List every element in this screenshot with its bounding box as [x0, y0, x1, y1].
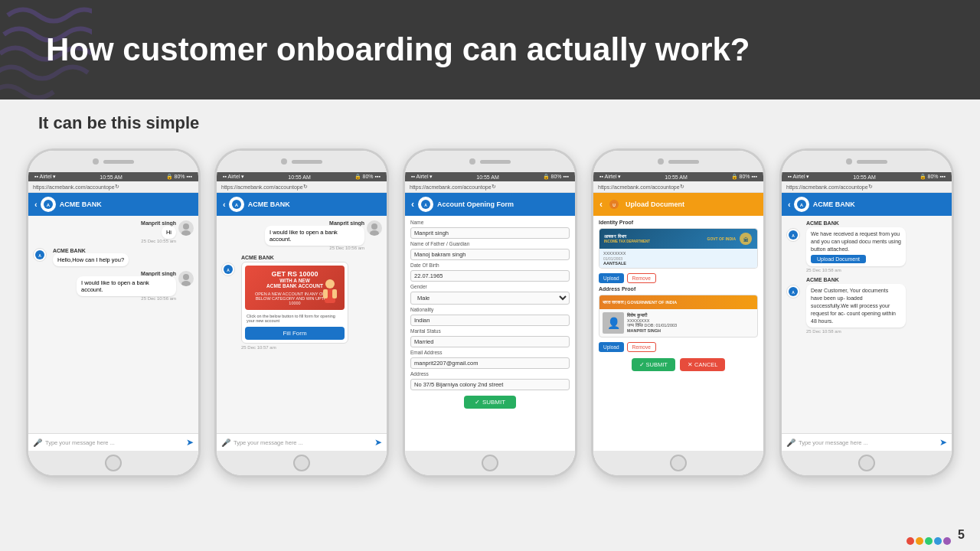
upload-doc-button[interactable]: Upload Document: [811, 255, 866, 263]
upload-id-button[interactable]: Upload: [599, 273, 624, 283]
field-gender[interactable]: Male: [410, 292, 570, 305]
phone-5: ▪▪ Airtel ▾ 10:55 AM 🔒 80% ▪▪▪ https://a…: [779, 148, 954, 478]
field-dob[interactable]: [410, 270, 570, 282]
page-title: How customer onboarding can actually wor…: [46, 31, 750, 68]
remove-id-button[interactable]: Remove: [627, 273, 656, 283]
mic-icon-2[interactable]: 🎤: [221, 439, 230, 447]
camera-4: [658, 158, 664, 165]
phone-bottom-2: [217, 451, 387, 475]
remove-addr-button[interactable]: Remove: [627, 342, 656, 352]
dot-blue: [934, 537, 942, 545]
phone-content-5: ‹ A ACME BANK A ACME BANK We have receiv…: [782, 193, 952, 451]
promo-card: GET RS 10000 WITH A NEW ACME BANK ACCOUN…: [241, 262, 348, 344]
back-arrow-4[interactable]: ‹: [599, 199, 603, 210]
bank-avatar-5b: A: [786, 285, 800, 298]
field-father[interactable]: [410, 249, 570, 260]
phone-top-bar-2: [217, 151, 387, 172]
bank-avatar-5a: A: [786, 228, 800, 242]
chat-input-5[interactable]: Type your message here ...: [799, 439, 939, 446]
send-icon-1[interactable]: ➤: [186, 437, 194, 448]
speaker-5: [857, 160, 887, 164]
field-label-dob: Date Of Birth: [410, 262, 570, 268]
phone-2: ▪▪ Airtel ▾ 10:55 AM 🔒 80% ▪▪▪ https://a…: [214, 148, 389, 478]
upload-body-4: Identity Proof आयकर विभाग INCOME TAX DEP…: [593, 216, 763, 451]
field-label-email: Email Address: [410, 350, 570, 355]
cancel-button-4[interactable]: ✕ CANCEL: [680, 358, 726, 371]
svg-point-2: [183, 223, 189, 230]
field-name[interactable]: [410, 227, 570, 239]
home-btn-4[interactable]: [670, 455, 687, 471]
identity-proof-label: Identity Proof: [599, 220, 758, 225]
url-bar-2: https://acmebank.com/accountope ↻: [217, 181, 387, 193]
submit-cancel-row: ✓ SUBMIT ✕ CANCEL: [599, 358, 758, 371]
id-upload-actions: Upload Remove: [599, 273, 758, 283]
back-arrow-1[interactable]: ‹: [34, 200, 38, 209]
send-icon-5[interactable]: ➤: [939, 437, 947, 448]
svg-text:A: A: [235, 203, 239, 207]
submit-button-3[interactable]: ✓ SUBMIT: [464, 396, 516, 409]
status-bar-2: ▪▪ Airtel ▾ 10:55 AM 🔒 80% ▪▪▪: [217, 172, 387, 181]
fill-form-button[interactable]: Fill Form: [245, 327, 345, 340]
upload-addr-button[interactable]: Upload: [599, 342, 624, 352]
back-arrow-5[interactable]: ‹: [788, 200, 791, 209]
field-address[interactable]: [410, 379, 570, 390]
acme-logo-2: A: [229, 197, 244, 212]
chat-messages-1: Manprit singh Hi 25 Dec 10:55 am A ACME …: [28, 216, 198, 433]
field-nationality[interactable]: [410, 315, 570, 326]
url-bar-4: https://acmebank.com/accountope ↻: [593, 181, 763, 193]
svg-text:U: U: [612, 203, 616, 207]
field-label-father: Name of Father / Guardian: [410, 241, 570, 246]
phone-bottom-4: [593, 451, 763, 475]
svg-text:A: A: [792, 290, 795, 295]
camera-1: [93, 158, 99, 165]
home-btn-5[interactable]: [858, 455, 875, 471]
mic-icon-1[interactable]: 🎤: [33, 439, 42, 447]
svg-point-3: [181, 230, 191, 236]
form-header-3: ‹ A Account Opening Form: [405, 193, 575, 216]
dot-purple: [943, 537, 951, 545]
svg-point-14: [325, 279, 335, 289]
dot-green: [925, 537, 933, 545]
form-title: Account Opening Form: [437, 201, 514, 208]
svg-text:🏛: 🏛: [743, 236, 749, 243]
status-bar-1: ▪▪ Airtel ▾ 10:55 AM 🔒 80% ▪▪▪: [28, 172, 198, 181]
phone-4: ▪▪ Airtel ▾ 10:55 AM 🔒 80% ▪▪▪ https://a…: [591, 148, 766, 478]
phone-3: ▪▪ Airtel ▾ 10:55 AM 🔒 80% ▪▪▪ https://a…: [403, 148, 577, 478]
phone-bottom-3: [405, 451, 575, 475]
home-btn-1[interactable]: [105, 455, 122, 471]
header: How customer onboarding can actually wor…: [0, 0, 980, 99]
field-label-nationality: Nationality: [410, 307, 570, 312]
submit-button-4[interactable]: ✓ SUBMIT: [632, 358, 675, 371]
back-arrow-3[interactable]: ‹: [411, 199, 414, 210]
field-email[interactable]: [410, 357, 570, 369]
chat-messages-2: Manprit singh I would like to open a ban…: [217, 216, 387, 433]
speaker-2: [292, 160, 322, 164]
phone-bottom-5: [782, 451, 952, 475]
home-btn-3[interactable]: [482, 455, 498, 471]
acme-logo-5: A: [794, 197, 809, 212]
color-dots: [906, 537, 951, 545]
send-icon-2[interactable]: ➤: [374, 437, 382, 448]
chat-input-2[interactable]: Type your message here ...: [234, 439, 374, 446]
field-label-name: Name: [410, 220, 570, 225]
phone-top-bar-3: [405, 151, 575, 172]
mic-icon-5[interactable]: 🎤: [786, 439, 795, 447]
addr-proof-preview: भारत सरकार | GOVERNMENT OF INDIA 👤 विशेष…: [599, 295, 758, 337]
addr-photo: 👤: [603, 312, 624, 334]
svg-point-7: [181, 281, 191, 286]
back-arrow-2[interactable]: ‹: [223, 200, 226, 209]
url-bar-3: https://acmebank.com/accountope ↻: [405, 181, 575, 193]
field-marital[interactable]: [410, 336, 570, 347]
svg-rect-16: [323, 289, 328, 298]
msg-1-3: Manprit singh I would like to open a ban…: [33, 271, 194, 301]
status-bar-3: ▪▪ Airtel ▾ 10:55 AM 🔒 80% ▪▪▪: [405, 172, 575, 181]
svg-text:A: A: [800, 203, 804, 207]
chat-input-1[interactable]: Type your message here ...: [45, 439, 186, 446]
svg-text:A: A: [47, 203, 51, 207]
avatar-manprit-1b: [178, 271, 194, 286]
chat-bank-name-2: ACME BANK: [248, 201, 290, 208]
msg-5-1: A ACME BANK We have received a request f…: [786, 220, 947, 272]
svg-point-10: [371, 223, 377, 230]
avatar-manprit-1: [178, 220, 194, 236]
home-btn-2[interactable]: [293, 455, 310, 471]
